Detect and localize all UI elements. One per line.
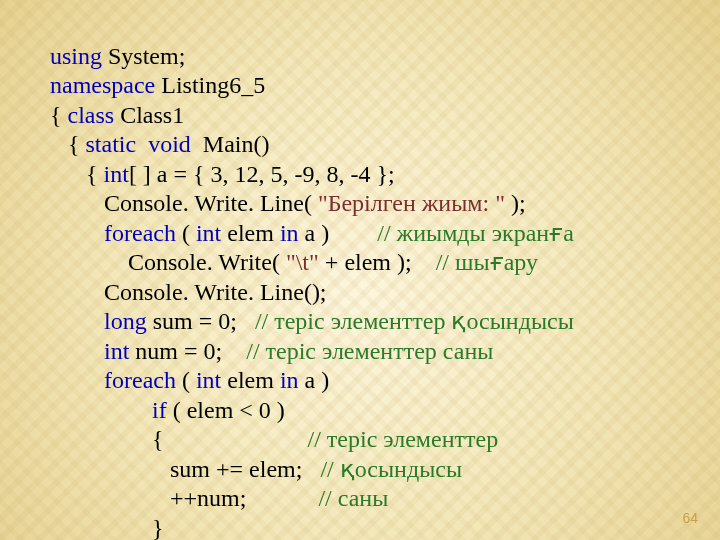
string-literal: "Берілген жиым: " [318, 190, 505, 216]
code-text [50, 338, 104, 364]
code-text: } [50, 515, 164, 540]
code-text: Class1 [114, 102, 184, 128]
comment: // теріс элементтер саны [246, 338, 493, 364]
comment: // теріс элементтер [308, 426, 499, 452]
code-text: + elem ); [319, 249, 436, 275]
code-text: { [50, 102, 68, 128]
kw-namespace: namespace [50, 72, 155, 98]
kw-using: using [50, 43, 102, 69]
kw-static: static [86, 131, 137, 157]
code-text: a ) [299, 220, 378, 246]
code-text: { [50, 131, 86, 157]
kw-int: int [104, 161, 129, 187]
code-text: Console. Write. Line( [50, 190, 318, 216]
code-text: ++num; [50, 485, 318, 511]
code-text [136, 131, 148, 157]
comment: // саны [318, 485, 388, 511]
kw-in: in [280, 367, 299, 393]
code-text [50, 220, 104, 246]
kw-int: int [196, 367, 221, 393]
kw-void: void [148, 131, 191, 157]
code-listing: using System; namespace Listing6_5 { cla… [50, 12, 574, 540]
kw-foreach: foreach [104, 367, 176, 393]
code-text: Console. Write. Line(); [50, 279, 327, 305]
code-text: sum += elem; [50, 456, 320, 482]
kw-in: in [280, 220, 299, 246]
comment: // қосындысы [320, 456, 462, 482]
code-text: ( [176, 220, 196, 246]
code-text [50, 308, 104, 334]
code-text: System; [102, 43, 185, 69]
kw-long: long [104, 308, 147, 334]
comment: // жиымды экранға [377, 220, 574, 246]
code-text [50, 397, 152, 423]
code-text: { [50, 161, 104, 187]
code-text: a ) [299, 367, 330, 393]
code-text: sum = 0; [147, 308, 255, 334]
code-text [50, 367, 104, 393]
kw-foreach: foreach [104, 220, 176, 246]
kw-class: class [68, 102, 115, 128]
code-text: [ ] a = { 3, 12, 5, -9, 8, -4 }; [129, 161, 395, 187]
page-number: 64 [682, 510, 698, 526]
code-text: elem [221, 367, 280, 393]
string-literal: "\t" [286, 249, 319, 275]
code-text: ( [176, 367, 196, 393]
code-text: Listing6_5 [155, 72, 265, 98]
code-text: Console. Write( [50, 249, 286, 275]
code-text: ); [505, 190, 526, 216]
comment: // шығару [436, 249, 538, 275]
code-text: { [50, 426, 308, 452]
code-text: num = 0; [129, 338, 246, 364]
code-text: Main() [191, 131, 270, 157]
kw-if: if [152, 397, 167, 423]
kw-int: int [196, 220, 221, 246]
code-text: ( elem < 0 ) [167, 397, 285, 423]
code-text: elem [221, 220, 280, 246]
comment: // теріс элементтер қосындысы [255, 308, 574, 334]
kw-int: int [104, 338, 129, 364]
